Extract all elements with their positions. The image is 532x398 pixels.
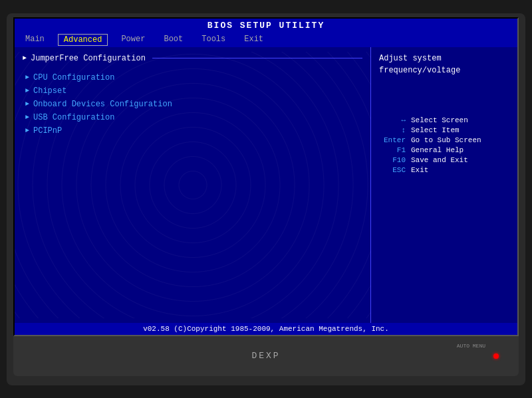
key-desc-updown: Select Item [411, 126, 460, 134]
status-bar-text: v02.58 (C)Copyright 1985-2009, American … [143, 325, 389, 333]
menu-item-pcipnp[interactable]: ► PCIPnP [23, 126, 362, 136]
section-arrow: ► [23, 54, 27, 62]
key-desc-enter: Go to Sub Screen [411, 136, 481, 144]
nav-power[interactable]: Power [116, 34, 150, 46]
power-led [493, 353, 499, 359]
monitor: BIOS SETUP UTILITY Main Advanced Power B… [7, 13, 525, 385]
key-f1: F1 [379, 146, 406, 154]
menu-label-usb: USB Configuration [33, 113, 114, 122]
key-desc-f1: General Help [411, 146, 464, 154]
menu-item-chipset[interactable]: ► Chipset [23, 86, 362, 96]
arrow-icon-cpu: ► [25, 74, 29, 81]
key-row-arrows: ↔ Select Screen [379, 116, 509, 124]
right-panel: Adjust system frequency/voltage ↔ Select… [371, 47, 517, 323]
key-arrows: ↔ [379, 116, 406, 124]
menu-label-pcipnp: PCIPnP [33, 126, 62, 136]
status-bar: v02.58 (C)Copyright 1985-2009, American … [15, 323, 517, 335]
menu-items-list: ► CPU Configuration ► Chipset ► Onboard … [23, 72, 362, 136]
key-row-enter: Enter Go to Sub Screen [379, 136, 509, 144]
menu-item-usb[interactable]: ► USB Configuration [23, 112, 362, 123]
key-desc-arrows: Select Screen [411, 116, 468, 124]
arrow-icon-onboard: ► [25, 100, 29, 108]
menu-item-onboard[interactable]: ► Onboard Devices Configuration [23, 99, 362, 110]
bios-screen: BIOS SETUP UTILITY Main Advanced Power B… [13, 17, 519, 336]
menu-item-cpu[interactable]: ► CPU Configuration [23, 72, 362, 83]
auto-menu-label: AUTO MENU [457, 343, 485, 349]
key-row-esc: ESC Exit [379, 166, 509, 174]
key-row-f10: F10 Save and Exit [379, 156, 509, 164]
key-desc-f10: Save and Exit [411, 156, 468, 164]
key-desc-esc: Exit [411, 166, 428, 174]
nav-bar: Main Advanced Power Boot Tools Exit [15, 33, 517, 47]
section-header-text: JumperFree Configuration [31, 54, 146, 63]
nav-boot[interactable]: Boot [158, 34, 188, 46]
arrow-icon-chipset: ► [25, 87, 29, 94]
key-updown: ↕ [379, 126, 406, 134]
section-header: ► JumperFree Configuration [23, 52, 362, 64]
help-text: Adjust system frequency/voltage [379, 52, 509, 76]
key-enter: Enter [379, 136, 406, 144]
nav-exit[interactable]: Exit [239, 34, 269, 46]
key-row-f1: F1 General Help [379, 146, 509, 154]
nav-main[interactable]: Main [20, 34, 50, 46]
monitor-bezel: DEXP AUTO MENU [13, 336, 519, 376]
monitor-brand: DEXP [251, 351, 280, 361]
left-panel: ► JumperFree Configuration ► CPU Configu… [15, 47, 371, 323]
arrow-icon-pcipnp: ► [25, 127, 29, 134]
menu-label-onboard: Onboard Devices Configuration [33, 100, 172, 109]
bios-title: BIOS SETUP UTILITY [15, 19, 517, 33]
arrow-icon-usb: ► [25, 114, 29, 121]
nav-tools[interactable]: Tools [196, 34, 231, 46]
key-help: ↔ Select Screen ↕ Select Item Enter Go t… [379, 116, 509, 174]
title-text: BIOS SETUP UTILITY [207, 21, 325, 31]
menu-label-chipset: Chipset [33, 86, 66, 96]
nav-advanced[interactable]: Advanced [58, 34, 108, 46]
key-esc: ESC [379, 166, 406, 174]
main-content: ► JumperFree Configuration ► CPU Configu… [15, 47, 517, 323]
key-f10: F10 [379, 156, 406, 164]
key-row-updown: ↕ Select Item [379, 126, 509, 134]
menu-label-cpu: CPU Configuration [33, 73, 114, 82]
